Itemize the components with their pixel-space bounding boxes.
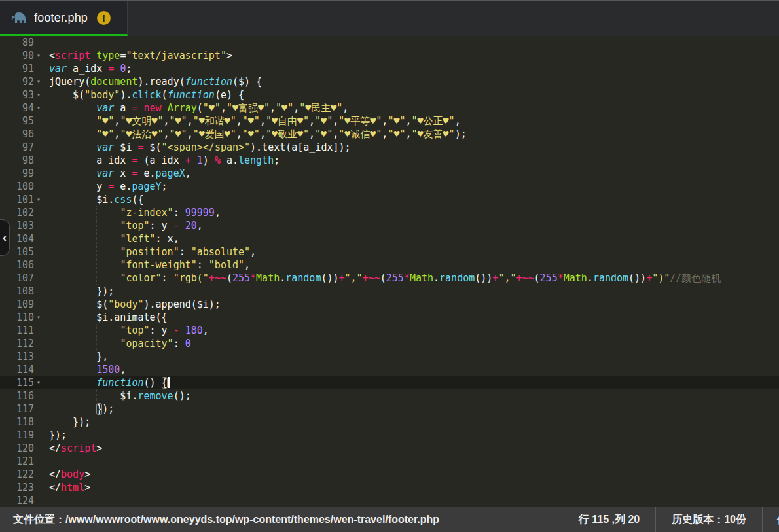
code-line[interactable]: 116 $i.remove();: [0, 389, 779, 402]
code-line[interactable]: 108 });: [0, 285, 779, 298]
fold-spacer: [34, 128, 43, 141]
fold-arrow-icon[interactable]: ▾: [34, 101, 43, 115]
line-number[interactable]: 117: [0, 402, 34, 416]
code-line[interactable]: 90▾<script type="text/javascript">: [0, 49, 779, 62]
line-number[interactable]: 96: [0, 128, 34, 141]
line-number[interactable]: 95: [0, 115, 34, 128]
line-number[interactable]: 94: [0, 101, 34, 115]
line-number[interactable]: 93: [0, 88, 34, 101]
fold-arrow-icon[interactable]: ▾: [34, 75, 43, 88]
code-line[interactable]: 111 "top": y - 180,: [0, 324, 779, 337]
fold-spacer: [34, 167, 43, 180]
code-text: },: [43, 350, 779, 363]
fold-arrow-icon[interactable]: ▾: [34, 193, 43, 206]
code-line[interactable]: 118 });: [0, 416, 779, 429]
fold-spacer: [34, 363, 43, 376]
line-number[interactable]: 92: [0, 75, 34, 88]
line-number[interactable]: 122: [0, 468, 34, 481]
line-number[interactable]: 98: [0, 154, 34, 167]
code-line[interactable]: 115▾ function() {: [0, 376, 779, 389]
line-number[interactable]: 116: [0, 389, 34, 402]
line-number[interactable]: 112: [0, 337, 34, 350]
code-line[interactable]: 124: [0, 494, 779, 507]
code-line[interactable]: 122</body>: [0, 468, 779, 481]
code-line[interactable]: 117 });: [0, 402, 779, 416]
fold-spacer: [34, 468, 43, 481]
code-line[interactable]: 120</script>: [0, 442, 779, 455]
code-line[interactable]: 121: [0, 455, 779, 468]
line-number[interactable]: 124: [0, 494, 34, 507]
line-number[interactable]: 120: [0, 442, 34, 455]
fold-spacer: [34, 219, 43, 232]
line-number[interactable]: 118: [0, 416, 34, 429]
tab-footer-php[interactable]: footer.php !: [0, 1, 128, 36]
fold-spacer: [34, 115, 43, 128]
code-line[interactable]: 112 "opacity": 0: [0, 337, 779, 350]
code-line[interactable]: 105 "position": "absolute",: [0, 245, 779, 258]
code-line[interactable]: 123</html>: [0, 481, 779, 494]
line-number[interactable]: 114: [0, 363, 34, 376]
code-line[interactable]: 92▾jQuery(document).ready(function($) {: [0, 75, 779, 88]
code-line[interactable]: 91var a_idx = 0;: [0, 62, 779, 75]
fold-spacer: [34, 402, 43, 416]
line-number[interactable]: 100: [0, 180, 34, 193]
php-elephant-icon: [9, 11, 27, 25]
code-line[interactable]: 109 $("body").append($i);: [0, 298, 779, 311]
history-versions-button[interactable]: 历史版本：10份: [655, 507, 762, 532]
line-number[interactable]: 115: [0, 376, 34, 389]
code-line[interactable]: 97 var $i = $("<span></span>").text(a[a_…: [0, 141, 779, 154]
line-number[interactable]: 97: [0, 141, 34, 154]
fold-spacer: [34, 272, 43, 285]
line-number[interactable]: 108: [0, 285, 34, 298]
code-text: $i.remove();: [43, 389, 779, 402]
line-number[interactable]: 106: [0, 258, 34, 272]
fold-arrow-icon[interactable]: ▾: [34, 49, 43, 62]
line-number[interactable]: 123: [0, 481, 34, 494]
line-number[interactable]: 90: [0, 49, 34, 62]
line-number[interactable]: 119: [0, 429, 34, 442]
code-line[interactable]: 101▾ $i.css({: [0, 193, 779, 206]
line-number[interactable]: 102: [0, 206, 34, 219]
fold-arrow-icon[interactable]: ▾: [34, 88, 43, 101]
fold-arrow-icon[interactable]: ▾: [34, 376, 43, 389]
code-line[interactable]: 89: [0, 36, 779, 49]
code-line[interactable]: 106 "font-weight": "bold",: [0, 258, 779, 272]
fold-spacer: [34, 258, 43, 272]
code-line[interactable]: 94▾ var a = new Array("♥","♥富强♥","♥","♥民…: [0, 101, 779, 115]
code-text: <script type="text/javascript">: [43, 49, 779, 62]
code-line[interactable]: 110▾ $i.animate({: [0, 311, 779, 324]
code-text: jQuery(document).ready(function($) {: [43, 75, 779, 88]
code-line[interactable]: 93▾ $("body").click(function(e) {: [0, 88, 779, 101]
line-number[interactable]: 89: [0, 36, 34, 49]
code-line[interactable]: 96 "♥","♥法治♥","♥","♥爱国♥","♥","♥敬业♥","♥",…: [0, 128, 779, 141]
code-line[interactable]: 102 "z-index": 99999,: [0, 206, 779, 219]
line-number[interactable]: 91: [0, 62, 34, 75]
collapse-panel-button[interactable]: ‹: [0, 219, 10, 256]
code-line[interactable]: 114 1500,: [0, 363, 779, 376]
code-text: </script>: [43, 442, 779, 455]
code-line[interactable]: 99 var x = e.pageX,: [0, 167, 779, 180]
cursor-position: 行 115 ,列 20: [563, 507, 655, 532]
line-number[interactable]: 109: [0, 298, 34, 311]
code-line[interactable]: 113 },: [0, 350, 779, 363]
fold-spacer: [34, 298, 43, 311]
code-text: "♥","♥文明♥","♥","♥和谐♥","♥","♥自由♥","♥","♥平…: [43, 115, 779, 128]
code-line[interactable]: 107 "color": "rgb("+~~(255*Math.random()…: [0, 272, 779, 285]
code-line[interactable]: 100 y = e.pageY;: [0, 180, 779, 193]
line-number[interactable]: 101: [0, 193, 34, 206]
line-number[interactable]: 111: [0, 324, 34, 337]
code-line[interactable]: 103 "top": y - 20,: [0, 219, 779, 232]
code-line[interactable]: 119});: [0, 429, 779, 442]
code-line[interactable]: 104 "left": x,: [0, 232, 779, 245]
save-button-clipped[interactable]: 保存: [762, 507, 779, 532]
code-line[interactable]: 95 "♥","♥文明♥","♥","♥和谐♥","♥","♥自由♥","♥",…: [0, 115, 779, 128]
code-line[interactable]: 98 a_idx = (a_idx + 1) % a.length;: [0, 154, 779, 167]
code-editor[interactable]: 8990▾<script type="text/javascript">91va…: [0, 36, 779, 507]
line-number[interactable]: 110: [0, 311, 34, 324]
tab-title: footer.php: [34, 11, 88, 25]
line-number[interactable]: 107: [0, 272, 34, 285]
fold-arrow-icon[interactable]: ▾: [34, 311, 43, 324]
line-number[interactable]: 113: [0, 350, 34, 363]
line-number[interactable]: 99: [0, 167, 34, 180]
line-number[interactable]: 121: [0, 455, 34, 468]
